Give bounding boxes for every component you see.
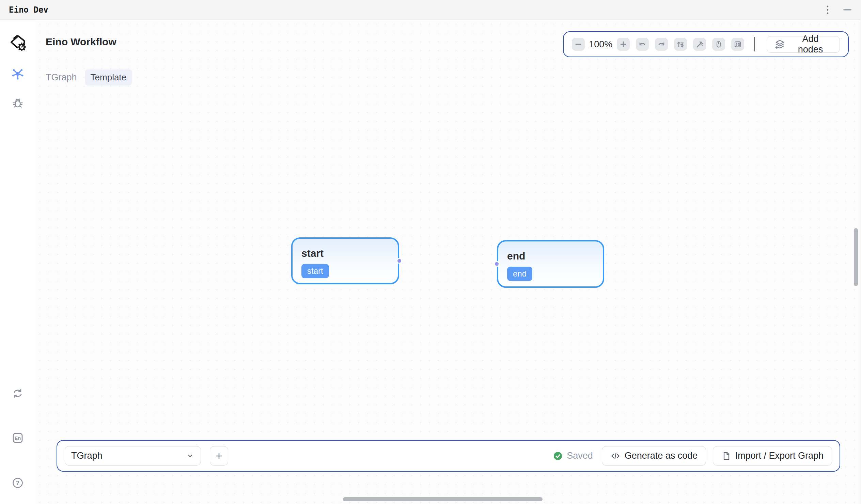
- node-title: end: [507, 250, 594, 262]
- node-end[interactable]: end end: [497, 240, 604, 288]
- svg-text:?: ?: [16, 480, 19, 486]
- node-type-badge: end: [507, 267, 532, 281]
- node-title: start: [301, 248, 389, 259]
- code-icon: [610, 451, 620, 461]
- sidebar-item-debug[interactable]: [12, 97, 24, 109]
- svg-text:En: En: [15, 436, 21, 441]
- undo-button[interactable]: [636, 38, 649, 51]
- input-port[interactable]: [494, 261, 500, 267]
- generate-as-code-button[interactable]: Generate as code: [602, 446, 706, 465]
- plus-icon: [619, 41, 627, 48]
- save-status: Saved: [554, 451, 593, 461]
- canvas-toolbar: 100%: [563, 31, 849, 57]
- auto-layout-button[interactable]: [674, 38, 687, 51]
- window-titlebar: Eino Dev: [0, 0, 861, 20]
- minimize-icon[interactable]: [843, 5, 852, 15]
- check-circle-icon: [554, 452, 562, 460]
- help-icon[interactable]: ?: [12, 477, 24, 489]
- import-export-label: Import / Export Graph: [735, 451, 823, 461]
- sidebar: En ?: [0, 20, 36, 504]
- window-title: Eino Dev: [9, 5, 49, 15]
- refresh-icon[interactable]: [12, 388, 23, 399]
- minimap-toggle-button[interactable]: [731, 38, 744, 51]
- plus-icon: [215, 452, 223, 460]
- eino-logo-icon: [9, 35, 26, 51]
- vertical-scrollbar[interactable]: [854, 228, 858, 286]
- zoom-out-button[interactable]: [572, 38, 585, 51]
- breadcrumb-graph-name: TGraph: [46, 72, 77, 83]
- sidebar-item-workflow[interactable]: [12, 68, 24, 80]
- add-nodes-button[interactable]: Add nodes: [767, 36, 840, 53]
- chevron-down-icon: [186, 452, 194, 460]
- minus-icon: [575, 41, 582, 48]
- workflow-canvas[interactable]: Eino Workflow TGraph Template 100%: [36, 20, 861, 504]
- page-title: Eino Workflow: [46, 36, 117, 48]
- node-start[interactable]: start start: [291, 237, 399, 284]
- graph-select-value: TGraph: [71, 451, 102, 461]
- zoom-in-button[interactable]: [617, 38, 630, 51]
- generate-as-code-label: Generate as code: [625, 451, 698, 461]
- kebab-menu-icon[interactable]: [823, 5, 832, 15]
- graph-select[interactable]: TGraph: [65, 446, 201, 465]
- mouse-mode-button[interactable]: [712, 38, 725, 51]
- language-icon[interactable]: En: [12, 432, 24, 444]
- template-badge: Template: [85, 69, 132, 85]
- footer-toolbar: TGraph Saved: [56, 440, 840, 472]
- minimap-icon: [734, 40, 742, 49]
- redo-button[interactable]: [655, 38, 668, 51]
- breadcrumb: TGraph Template: [46, 69, 132, 85]
- node-type-badge: start: [301, 264, 329, 278]
- mouse-icon: [714, 40, 723, 49]
- add-graph-button[interactable]: [210, 446, 228, 465]
- save-status-label: Saved: [567, 451, 593, 461]
- import-export-button[interactable]: Import / Export Graph: [713, 446, 832, 465]
- kebab-dots: [826, 4, 829, 15]
- zoom-level: 100%: [585, 39, 617, 50]
- redo-icon: [657, 40, 666, 49]
- file-icon: [721, 451, 731, 461]
- auto-layout-icon: [676, 40, 685, 49]
- magic-wand-button[interactable]: [693, 38, 706, 51]
- magic-wand-icon: [696, 40, 703, 49]
- layers-plus-icon: [775, 39, 785, 50]
- horizontal-scrollbar[interactable]: [343, 497, 543, 501]
- add-nodes-label: Add nodes: [789, 34, 832, 55]
- output-port[interactable]: [396, 258, 402, 264]
- undo-icon: [638, 40, 646, 49]
- toolbar-divider: [754, 37, 755, 51]
